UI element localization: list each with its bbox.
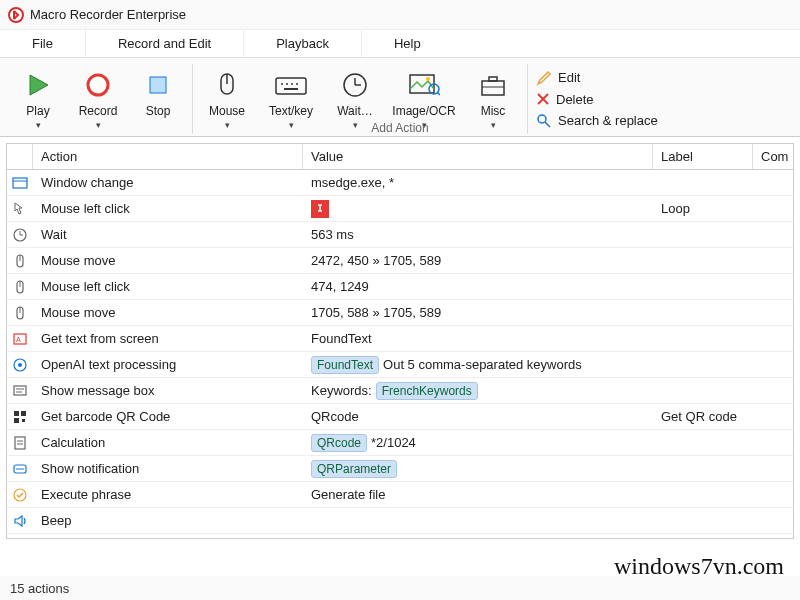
table-row[interactable]: Get barcode QR CodeQRcodeGet QR code <box>7 404 793 430</box>
svg-rect-19 <box>482 81 504 95</box>
red-square-icon <box>311 200 329 218</box>
chevron-down-icon: ▾ <box>225 120 230 130</box>
row-value: 563 ms <box>303 227 653 242</box>
pencil-icon <box>536 70 552 86</box>
variable-chip: QRcode <box>311 434 367 452</box>
row-value: FoundText <box>303 331 653 346</box>
chevron-down-icon: ▾ <box>96 120 101 130</box>
table-row[interactable]: OpenAI text processingFoundText Out 5 co… <box>7 352 793 378</box>
chevron-down-icon: ▾ <box>353 120 358 130</box>
phrase-icon <box>7 487 33 503</box>
table-row[interactable]: Beep <box>7 508 793 534</box>
stop-icon <box>144 68 172 102</box>
row-action: Wait <box>33 227 303 242</box>
svg-point-7 <box>281 83 283 85</box>
mouse-icon <box>7 279 33 295</box>
row-action: Execute phrase <box>33 487 303 502</box>
record-icon <box>84 68 112 102</box>
svg-rect-44 <box>14 411 19 416</box>
stop-button[interactable]: Stop <box>128 64 188 122</box>
record-button[interactable]: Record ▾ <box>68 64 128 134</box>
svg-rect-46 <box>14 418 19 423</box>
svg-rect-41 <box>14 386 26 395</box>
misc-button[interactable]: Misc ▾ <box>463 64 523 134</box>
window-icon <box>7 175 33 191</box>
table-row[interactable]: Show notificationQRParameter <box>7 456 793 482</box>
row-action: Get text from screen <box>33 331 303 346</box>
table-row[interactable]: CalculationQRcode *2/1024 <box>7 430 793 456</box>
play-icon <box>24 68 52 102</box>
x-icon <box>536 92 550 106</box>
svg-rect-3 <box>150 77 166 93</box>
menu-file[interactable]: File <box>0 30 86 57</box>
table-row[interactable]: AGet text from screenFoundText <box>7 326 793 352</box>
image-icon <box>408 68 440 102</box>
table-row[interactable]: Mouse left click474, 1249 <box>7 274 793 300</box>
svg-line-18 <box>437 92 440 95</box>
row-value: FoundText Out 5 comma-separated keywords <box>303 356 653 374</box>
row-value: QRcode *2/1024 <box>303 434 653 452</box>
row-action: Mouse move <box>33 305 303 320</box>
mouse-button[interactable]: Mouse ▾ <box>197 64 257 134</box>
app-icon <box>8 7 24 23</box>
menu-record-edit[interactable]: Record and Edit <box>86 30 244 57</box>
ocr-icon: A <box>7 331 33 347</box>
title-bar: Macro Recorder Enterprise <box>0 0 800 30</box>
col-label[interactable]: Label <box>653 144 753 169</box>
watermark: windows7vn.com <box>614 553 784 580</box>
row-action: Get barcode QR Code <box>33 409 303 424</box>
mouse-icon <box>7 305 33 321</box>
svg-marker-1 <box>30 75 48 95</box>
row-value: QRParameter <box>303 460 653 478</box>
textkey-button[interactable]: Text/key ▾ <box>257 64 325 134</box>
row-action: Show message box <box>33 383 303 398</box>
col-action[interactable]: Action <box>33 144 303 169</box>
table-row[interactable]: Show message boxKeywords:FrenchKeywords <box>7 378 793 404</box>
add-action-label: Add Action <box>371 121 428 135</box>
menu-playback[interactable]: Playback <box>244 30 362 57</box>
menu-bar: File Record and Edit Playback Help <box>0 30 800 58</box>
row-action: Show notification <box>33 461 303 476</box>
chevron-down-icon: ▾ <box>36 120 41 130</box>
qr-icon <box>7 409 33 425</box>
table-row[interactable]: Mouse move1705, 588 » 1705, 589 <box>7 300 793 326</box>
edit-action[interactable]: Edit <box>536 70 658 86</box>
row-value: 1705, 588 » 1705, 589 <box>303 305 653 320</box>
col-com[interactable]: Com <box>753 144 793 169</box>
svg-rect-11 <box>284 88 298 90</box>
row-action: Mouse move <box>33 253 303 268</box>
play-button[interactable]: Play ▾ <box>8 64 68 134</box>
msgbox-icon <box>7 383 33 399</box>
mouse-icon <box>7 253 33 269</box>
status-count: 15 actions <box>10 581 69 596</box>
row-label: Get QR code <box>653 409 753 424</box>
table-row[interactable]: Mouse left clickLoop <box>7 196 793 222</box>
col-value[interactable]: Value <box>303 144 653 169</box>
ribbon-group-add-action: Mouse ▾ Text/key ▾ Wait… ▾ Image/OCR ▾ M… <box>193 64 528 134</box>
mouse-icon <box>213 68 241 102</box>
row-value: msedge.exe, * <box>303 175 653 190</box>
variable-chip: FoundText <box>311 356 379 374</box>
row-action: Mouse left click <box>33 201 303 216</box>
table-row[interactable]: Window changemsedge.exe, * <box>7 170 793 196</box>
action-grid: Action Value Label Com Window changemsed… <box>6 143 794 539</box>
grid-header: Action Value Label Com <box>7 144 793 170</box>
svg-point-16 <box>426 77 430 81</box>
search-icon <box>536 113 552 129</box>
search-replace-action[interactable]: Search & replace <box>536 113 658 129</box>
svg-point-0 <box>9 8 23 22</box>
menu-help[interactable]: Help <box>362 30 453 57</box>
svg-line-25 <box>545 122 550 127</box>
table-row[interactable]: Mouse move2472, 450 » 1705, 589 <box>7 248 793 274</box>
ribbon-side-panel: Edit Delete Search & replace <box>528 64 666 134</box>
table-row[interactable]: Wait563 ms <box>7 222 793 248</box>
app-title: Macro Recorder Enterprise <box>30 7 186 22</box>
row-action: Calculation <box>33 435 303 450</box>
svg-rect-48 <box>15 437 25 449</box>
svg-text:A: A <box>16 336 21 343</box>
svg-rect-6 <box>276 78 306 94</box>
row-value <box>303 200 653 218</box>
svg-point-8 <box>286 83 288 85</box>
delete-action[interactable]: Delete <box>536 92 658 107</box>
table-row[interactable]: Execute phraseGenerate file <box>7 482 793 508</box>
